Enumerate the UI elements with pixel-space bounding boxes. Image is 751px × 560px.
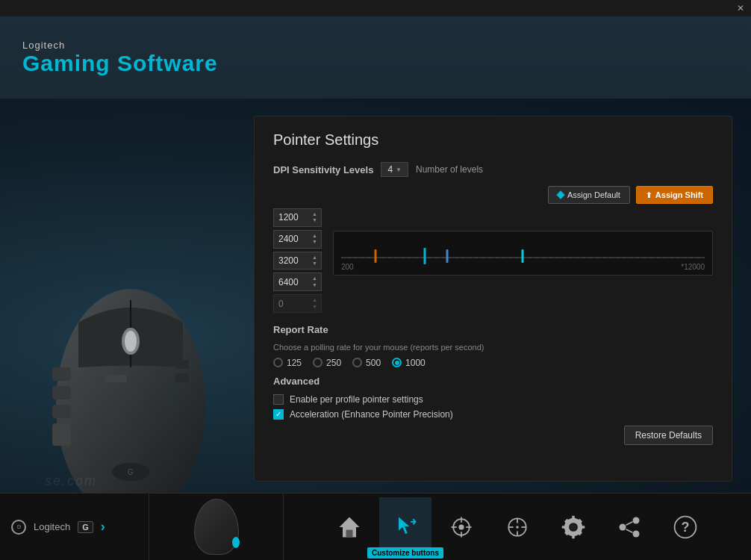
dpi-level-1-field[interactable] xyxy=(278,212,312,223)
radio-circle-125[interactable] xyxy=(273,358,283,367)
nav-share[interactable] xyxy=(603,497,655,557)
radio-1000[interactable]: 1000 xyxy=(392,358,426,368)
checkbox-acceleration: ✓ Acceleration (Enhance Pointer Precisio… xyxy=(273,409,713,420)
gear-icon xyxy=(558,512,588,542)
checkbox-acceleration-label: Acceleration (Enhance Pointer Precision) xyxy=(290,409,453,420)
dpi-level-2-row: ▲ ▼ xyxy=(273,230,322,249)
checkbox-per-profile: Enable per profile pointer settings xyxy=(273,394,713,405)
increment-icon[interactable]: ▲ xyxy=(312,255,317,261)
radio-circle-1000[interactable] xyxy=(392,358,402,367)
house-icon xyxy=(334,512,364,542)
svg-point-3 xyxy=(125,331,137,352)
checkmark-icon: ✓ xyxy=(275,411,281,418)
decrement-icon[interactable]: ▼ xyxy=(312,282,317,288)
dpi-level-1-stepper[interactable]: ▲ ▼ xyxy=(312,211,317,224)
dpi-level-3-input[interactable]: ▲ ▼ xyxy=(273,252,322,270)
bottom-navigation: Customize buttons xyxy=(284,497,751,557)
svg-line-44 xyxy=(626,521,633,525)
dpi-level-2-stepper[interactable]: ▲ ▼ xyxy=(312,233,317,246)
decrement-icon[interactable]: ▼ xyxy=(312,217,317,223)
nav-customize-buttons[interactable]: Customize buttons xyxy=(379,497,431,557)
svg-point-21 xyxy=(458,524,464,529)
assign-shift-button[interactable]: ⬆ Assign Shift xyxy=(636,186,713,204)
dpi-level-3-field[interactable] xyxy=(278,255,312,266)
increment-icon[interactable]: ▲ xyxy=(312,297,317,303)
g-badge: G xyxy=(78,521,93,533)
dpi-level-2-field[interactable] xyxy=(278,234,312,244)
radio-label-125: 125 xyxy=(287,358,302,368)
question-mark-icon: ? xyxy=(670,512,700,542)
panel-title: Pointer Settings xyxy=(273,131,713,149)
target-arrows-icon xyxy=(446,512,476,542)
checkbox-per-profile-box[interactable] xyxy=(273,394,284,405)
svg-text:?: ? xyxy=(682,520,690,535)
increment-icon[interactable]: ▲ xyxy=(312,211,317,217)
dpi-level-1-row: ▲ ▼ xyxy=(273,208,322,227)
radio-125[interactable]: 125 xyxy=(273,358,302,368)
dpi-level-4-stepper[interactable]: ▲ ▼ xyxy=(312,276,317,288)
bottom-bar: ⊙ Logitech G › xyxy=(0,493,751,560)
increment-icon[interactable]: ▲ xyxy=(312,276,317,281)
dpi-inputs-column: ▲ ▼ ▲ ▼ ▲ xyxy=(273,208,322,313)
dpi-level-3-stepper[interactable]: ▲ ▼ xyxy=(312,255,317,267)
radio-circle-250[interactable] xyxy=(313,358,322,367)
checkbox-per-profile-label: Enable per profile pointer settings xyxy=(290,394,423,405)
cursor-arrows-icon xyxy=(390,512,420,542)
dpi-marker-2[interactable] xyxy=(423,248,426,264)
svg-rect-5 xyxy=(52,386,71,399)
svg-rect-6 xyxy=(52,405,71,418)
num-levels-label: Number of levels xyxy=(416,164,483,175)
dpi-header: DPI Sensitivity Levels 4 ▼ Number of lev… xyxy=(273,162,713,177)
dpi-level-5-row: ▲ ▼ xyxy=(273,294,322,313)
mouse-thumbnail[interactable] xyxy=(149,494,284,560)
svg-point-43 xyxy=(620,523,626,530)
svg-point-41 xyxy=(633,517,640,523)
dpi-level-5-field[interactable] xyxy=(278,299,312,309)
dpi-level-5-input[interactable]: ▲ ▼ xyxy=(273,294,322,313)
advanced-section: Advanced Enable per profile pointer sett… xyxy=(273,376,713,445)
assign-default-button[interactable]: Assign Default xyxy=(548,186,630,204)
radio-label-500: 500 xyxy=(366,358,381,368)
svg-rect-10 xyxy=(105,375,127,382)
dpi-level-5-stepper[interactable]: ▲ ▼ xyxy=(312,297,317,310)
dpi-count-selector[interactable]: 4 ▼ xyxy=(381,162,408,177)
nav-settings[interactable] xyxy=(547,497,599,557)
radio-250[interactable]: 250 xyxy=(313,358,341,368)
logo-area: Logitech Gaming Software xyxy=(22,40,218,76)
svg-point-31 xyxy=(516,526,519,529)
header: Logitech Gaming Software xyxy=(0,16,751,99)
decrement-icon[interactable]: ▼ xyxy=(312,304,317,310)
title-bar: ✕ xyxy=(0,0,751,16)
dpi-content: ▲ ▼ ▲ ▼ ▲ xyxy=(273,208,713,313)
nav-crosshair[interactable] xyxy=(491,497,543,557)
dpi-slider-container[interactable]: 200 *12000 xyxy=(333,231,713,276)
decrement-icon[interactable]: ▼ xyxy=(312,261,317,267)
increment-icon[interactable]: ▲ xyxy=(312,233,317,239)
dpi-level-1-input[interactable]: ▲ ▼ xyxy=(273,208,322,227)
dpi-level-2-input[interactable]: ▲ ▼ xyxy=(273,230,322,249)
radio-group: 125 250 500 1000 xyxy=(273,358,713,368)
logitech-circle-icon: ⊙ xyxy=(11,520,26,535)
brand-name: Logitech xyxy=(22,40,218,51)
shift-icon: ⬆ xyxy=(646,191,652,199)
radio-500[interactable]: 500 xyxy=(352,358,381,368)
dpi-level-4-field[interactable] xyxy=(278,277,312,287)
share-icon xyxy=(614,512,644,542)
arrow-icon: › xyxy=(101,519,105,535)
dpi-marker-3[interactable] xyxy=(446,249,448,263)
checkbox-acceleration-box[interactable]: ✓ xyxy=(273,409,284,420)
svg-text:G: G xyxy=(128,468,134,476)
dpi-level-4-input[interactable]: ▲ ▼ xyxy=(273,273,322,291)
svg-rect-33 xyxy=(572,515,575,519)
close-button[interactable]: ✕ xyxy=(735,2,747,14)
chevron-down-icon: ▼ xyxy=(396,167,402,173)
dpi-marker-4[interactable] xyxy=(522,249,524,263)
svg-rect-9 xyxy=(175,373,189,382)
decrement-icon[interactable]: ▼ xyxy=(312,239,317,245)
nav-pointer-settings[interactable] xyxy=(435,497,487,557)
svg-rect-7 xyxy=(52,423,71,446)
restore-defaults-button[interactable]: Restore Defaults xyxy=(624,426,713,445)
dpi-marker-1[interactable] xyxy=(374,249,376,263)
radio-circle-500[interactable] xyxy=(352,358,362,367)
nav-help[interactable]: ? xyxy=(659,497,711,557)
